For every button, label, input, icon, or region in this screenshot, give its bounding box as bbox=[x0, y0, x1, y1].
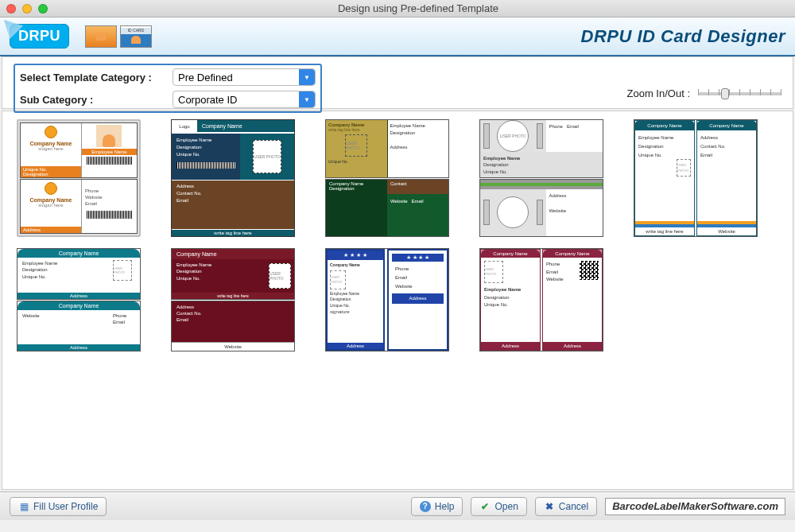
subcategory-select[interactable]: Corporate ID ▼ bbox=[173, 91, 316, 108]
app-title: DRPU ID Card Designer bbox=[581, 26, 785, 47]
check-icon: ✔ bbox=[479, 501, 491, 512]
template-item[interactable]: Company Name write tag line here USER PH… bbox=[325, 119, 449, 237]
cancel-button[interactable]: ✖ Cancel bbox=[535, 497, 597, 516]
zoom-slider[interactable] bbox=[698, 92, 781, 95]
chevron-down-icon: ▼ bbox=[299, 69, 315, 85]
zoom-control: Zoom In/Out : bbox=[627, 87, 781, 99]
template-item[interactable]: Logo Company Name Employee Name Designat… bbox=[171, 119, 295, 237]
template-item[interactable]: USER PHOTO Phone Email Employee NameDesi… bbox=[479, 119, 603, 237]
open-button[interactable]: ✔ Open bbox=[471, 497, 526, 516]
fill-profile-button[interactable]: ▦ Fill User Profile bbox=[10, 497, 107, 516]
help-icon: ? bbox=[420, 501, 431, 512]
slider-thumb-icon[interactable] bbox=[721, 88, 729, 99]
website-url: BarcodeLabelMakerSoftware.com bbox=[605, 498, 785, 515]
sample-card-icon: ID CARD bbox=[120, 25, 152, 48]
category-value: Pre Defined bbox=[178, 72, 233, 83]
app-header: DRPU ID CARD DRPU ID Card Designer bbox=[0, 17, 795, 56]
zoom-label: Zoom In/Out : bbox=[627, 87, 690, 99]
logo-text: DRPU bbox=[10, 24, 69, 49]
category-label: Select Template Category : bbox=[20, 72, 165, 83]
controls-bar: Select Template Category : Pre Defined ▼… bbox=[2, 56, 793, 109]
chevron-down-icon: ▼ bbox=[299, 91, 315, 107]
titlebar: Design using Pre-defined Template bbox=[0, 0, 795, 17]
selector-group: Select Template Category : Pre Defined ▼… bbox=[14, 64, 322, 113]
profile-icon: ▦ bbox=[18, 501, 29, 512]
subcategory-value: Corporate ID bbox=[178, 94, 237, 106]
zoom-icon[interactable] bbox=[38, 4, 48, 14]
template-item[interactable]: Company Name slogan here Unique No.Desig… bbox=[17, 119, 141, 237]
category-row: Select Template Category : Pre Defined ▼ bbox=[20, 68, 316, 86]
sample-card-icon bbox=[85, 25, 117, 48]
category-select[interactable]: Pre Defined ▼ bbox=[173, 68, 316, 86]
template-item[interactable]: Company Name Employee NameDesignationUni… bbox=[171, 248, 295, 351]
help-button[interactable]: ? Help bbox=[411, 497, 463, 516]
template-item[interactable]: Company Name Employee NameDesignationUni… bbox=[17, 248, 141, 351]
header-sample-cards: ID CARD bbox=[85, 25, 152, 48]
minimize-icon[interactable] bbox=[22, 4, 32, 14]
logo: DRPU ID CARD bbox=[10, 24, 152, 49]
close-icon[interactable] bbox=[6, 4, 16, 14]
template-item[interactable]: Company Name Employee Name Designation U… bbox=[634, 119, 758, 237]
template-gallery: Company Name slogan here Unique No.Desig… bbox=[2, 111, 793, 490]
subcategory-row: Sub Category : Corporate ID ▼ bbox=[20, 91, 316, 108]
bottom-toolbar: ▦ Fill User Profile ? Help ✔ Open ✖ Canc… bbox=[0, 491, 795, 520]
template-item[interactable]: ★ ★ ★ ★ Company Name USER PHOTO Employee… bbox=[325, 248, 449, 351]
template-item[interactable]: Company Name USER PHOTO Employee Name De… bbox=[479, 248, 603, 351]
qr-icon bbox=[580, 261, 599, 280]
close-icon: ✖ bbox=[544, 501, 555, 512]
window-title: Design using Pre-defined Template bbox=[48, 2, 789, 14]
window-controls bbox=[6, 4, 48, 14]
subcategory-label: Sub Category : bbox=[20, 94, 165, 106]
